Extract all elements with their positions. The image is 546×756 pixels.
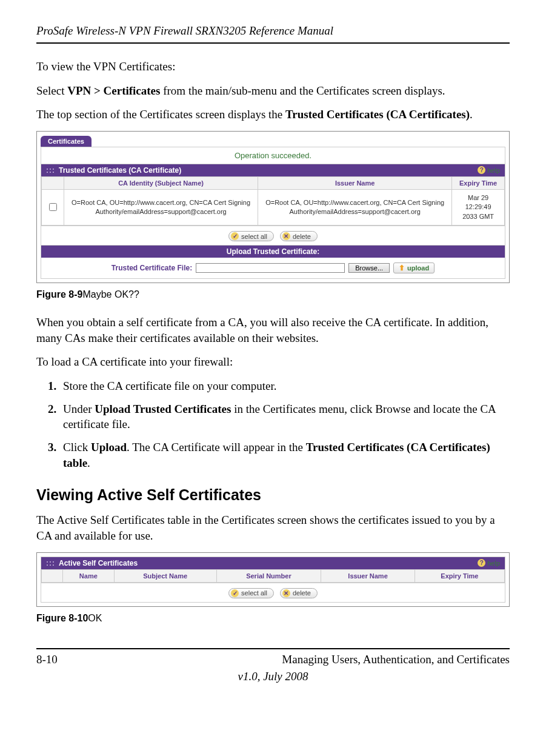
delete-button[interactable]: ✕ delete [280,231,318,241]
certificates-tab[interactable]: Certificates [41,136,92,147]
figure-8-10-number: Figure 8-10 [36,613,88,623]
col-identity: CA Identity (Subject Name) [64,176,258,189]
upload-row: Trusted Certificate File: Browse... ⬆ up… [41,258,505,278]
figure-8-9-number: Figure 8-9 [36,289,82,299]
trusted-cert-header: :::Trusted Certificates (CA Certificate)… [41,164,505,176]
col-issuer: Issuer Name [258,176,452,189]
intro-p3-c: . [470,108,473,121]
table-row: O=Root CA, OU=http://www.cacert.org, CN=… [42,189,505,225]
cell-expiry: Mar 29 12:29:49 2033 GMT [452,189,505,225]
cell-issuer: O=Root CA, OU=http://www.cacert.org, CN=… [258,189,452,225]
delete-button[interactable]: ✕ delete [280,588,318,598]
intro-p2-a: Select [36,84,67,97]
delete-label: delete [293,233,311,240]
upload-field-label: Trusted Certificate File: [112,264,192,272]
check-icon: ✓ [231,232,239,240]
cell-identity: O=Root CA, OU=http://www.cacert.org, CN=… [64,189,258,225]
select-all-button[interactable]: ✓ select all [228,588,274,598]
figure-8-9: Certificates Operation succeeded. :::Tru… [36,131,510,283]
header-rule [36,42,510,44]
doc-version: v1.0, July 2008 [36,670,510,683]
li3-b: Upload [91,441,127,453]
check-icon: ✓ [231,589,239,597]
row-checkbox[interactable] [49,203,57,211]
ca-load-steps: Store the CA certificate file on your co… [36,378,510,470]
help-label: help [487,167,500,174]
upload-section-header: Upload Trusted Certificate: [41,245,505,258]
mid-p2: To load a CA certificate into your firew… [36,354,510,370]
intro-p2-b: VPN > Certificates [67,84,160,97]
intro-p3-b: Trusted Certificates (CA Certificates) [285,108,470,121]
active-self-cert-table: Name Subject Name Serial Number Issuer N… [41,569,505,583]
active-self-cert-title: Active Self Certificates [59,559,138,567]
li3-c: . The CA Certificate will appear in the [127,441,306,453]
upload-button-label: upload [407,264,429,272]
trusted-cert-table: CA Identity (Subject Name) Issuer Name E… [41,176,505,226]
col-expiry: Expiry Time [452,176,505,189]
upload-arrow-icon: ⬆ [399,264,405,272]
figure-8-10: :::Active Self Certificates ? help Name … [36,552,510,607]
help-label: help [487,560,500,567]
drag-handle-icon: ::: [46,166,55,175]
figure-8-9-note: Maybe OK?? [82,289,139,299]
doc-header-title: ProSafe Wireless-N VPN Firewall SRXN3205… [36,24,510,38]
select-all-button[interactable]: ✓ select all [228,231,274,241]
active-self-cert-header: :::Active Self Certificates ? help [41,557,505,569]
browse-button[interactable]: Browse... [348,263,390,273]
section-heading: Viewing Active Self Certificates [36,486,510,504]
col-expiry: Expiry Time [414,569,504,582]
intro-p2-c: from the main/sub-menu and the Certifica… [160,84,445,97]
col-name: Name [63,569,115,582]
after-h2-p: The Active Self Certificates table in th… [36,512,510,543]
list-item: Store the CA certificate file on your co… [59,378,510,394]
upload-file-input[interactable] [196,263,345,273]
intro-p1: To view the VPN Certificates: [36,59,510,75]
delete-icon: ✕ [282,589,290,597]
li3-e: . [87,457,90,469]
col-checkbox [42,176,64,189]
figure-8-9-caption: Figure 8-9Maybe OK?? [36,289,510,300]
col-serial: Serial Number [216,569,321,582]
li2-a: Under [63,403,95,415]
operation-status: Operation succeeded. [41,147,505,164]
help-icon: ? [478,166,485,174]
figure-8-10-note: OK [88,613,102,623]
page-number: 8-10 [36,653,58,666]
help-icon: ? [478,559,485,567]
help-link[interactable]: ? help [478,166,500,174]
delete-icon: ✕ [282,232,290,240]
intro-p2: Select VPN > Certificates from the main/… [36,83,510,99]
table-button-row: ✓ select all ✕ delete [41,583,505,602]
intro-p3-a: The top section of the Certificates scre… [36,108,285,121]
list-item: Click Upload. The CA Certificate will ap… [59,440,510,470]
col-checkbox [42,569,63,582]
footer-row: 8-10 Managing Users, Authentication, and… [36,653,510,666]
upload-button[interactable]: ⬆ upload [393,263,434,273]
delete-label: delete [293,589,311,597]
trusted-cert-title: Trusted Certificates (CA Certificate) [59,166,181,175]
li2-b: Upload Trusted Certificates [95,403,231,415]
drag-handle-icon: ::: [46,559,55,567]
help-link[interactable]: ? help [478,559,500,567]
select-all-label: select all [241,589,267,597]
chapter-title: Managing Users, Authentication, and Cert… [282,653,510,666]
intro-p3: The top section of the Certificates scre… [36,107,510,122]
list-item: Under Upload Trusted Certificates in the… [59,401,510,432]
li3-a: Click [63,441,91,453]
mid-p1: When you obtain a self certificate from … [36,315,510,346]
col-subject: Subject Name [114,569,216,582]
select-all-label: select all [241,233,267,240]
footer-rule [36,648,510,649]
col-issuer: Issuer Name [321,569,415,582]
table-button-row: ✓ select all ✕ delete [41,226,505,245]
figure-8-10-caption: Figure 8-10OK [36,613,510,624]
